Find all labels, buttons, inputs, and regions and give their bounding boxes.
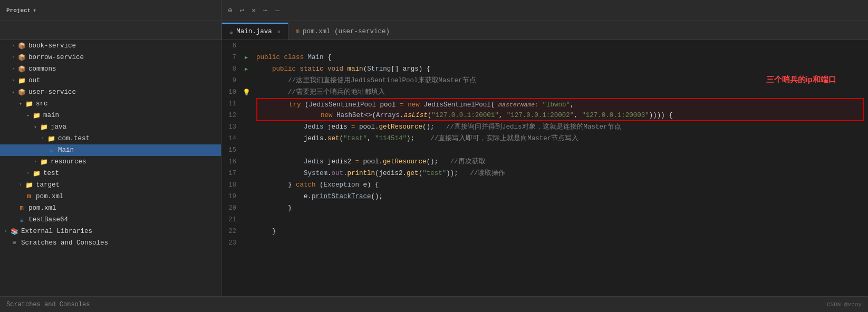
bottom-right: CSDN @vcoy bbox=[228, 301, 862, 308]
sidebar-item-book-service[interactable]: › 📦 book-service bbox=[0, 40, 221, 52]
run-gutter-8[interactable]: ▶ bbox=[240, 66, 252, 72]
line-9-row: 9 bbox=[221, 75, 252, 86]
close-icon[interactable]: ✕ bbox=[252, 6, 256, 15]
sidebar-item-external-libs[interactable]: › 📚 External Libraries bbox=[0, 226, 221, 237]
sidebar-item-pom-inner[interactable]: m pom.xml bbox=[0, 191, 221, 202]
sidebar-item-borrow-service[interactable]: › 📦 borrow-service bbox=[0, 52, 221, 63]
line-num-22: 22 bbox=[221, 226, 240, 237]
more-icon[interactable]: ⋯ bbox=[263, 6, 267, 15]
sidebar-label: borrow-service bbox=[28, 54, 84, 61]
arrow-icon bbox=[9, 217, 17, 222]
top-bar-icons: ⊕ ↩ ✕ ⋯ — bbox=[221, 6, 286, 15]
arrow-icon: › bbox=[2, 229, 9, 234]
sidebar-item-pom-root[interactable]: m pom.xml bbox=[0, 202, 221, 214]
sidebar-label: resources bbox=[51, 158, 86, 165]
line-13-row: 13 bbox=[221, 121, 252, 133]
sidebar-item-main-class[interactable]: ☕ Main bbox=[0, 144, 221, 156]
tab-pom-xml[interactable]: m pom.xml (user-service) bbox=[288, 23, 397, 40]
line-22-row: 22 bbox=[221, 226, 252, 237]
line-17-row: 17 bbox=[221, 168, 252, 179]
sidebar-label: user-service bbox=[28, 89, 76, 96]
line-7-row: 7 ▶ bbox=[221, 52, 252, 63]
line-num-15: 15 bbox=[221, 144, 240, 156]
sidebar-label: com.test bbox=[58, 135, 90, 142]
code-line-19: e.printStackTrace(); bbox=[256, 191, 864, 202]
arrow-icon bbox=[2, 240, 9, 246]
folder-icon: 📁 bbox=[46, 135, 56, 143]
line-10-row: 10 💡 bbox=[221, 86, 252, 98]
line-num-13: 13 bbox=[221, 121, 240, 133]
sidebar-item-resources[interactable]: › 📁 resources bbox=[0, 156, 221, 168]
sidebar-label: java bbox=[51, 123, 66, 131]
editor: 6 7 ▶ 8 ▶ 9 bbox=[221, 40, 868, 296]
code-content[interactable]: 三个哨兵的ip和端口 public class Main { public st… bbox=[252, 40, 868, 296]
line-11-row: 11 bbox=[221, 98, 252, 110]
bottom-bar: Scratches and Consoles CSDN @vcoy bbox=[0, 296, 868, 312]
sync-icon[interactable]: ↩ bbox=[239, 6, 244, 15]
arrow-icon: › bbox=[9, 43, 17, 48]
project-label: Project bbox=[6, 7, 31, 14]
java-file-icon: ☕ bbox=[17, 216, 26, 224]
tabs-left-spacer bbox=[0, 21, 221, 40]
tab-main-java[interactable]: ☕ Main.java ✕ bbox=[221, 23, 288, 40]
line-6-row: 6 bbox=[221, 40, 252, 52]
line-num-8: 8 bbox=[221, 63, 240, 75]
module-icon: 📦 bbox=[17, 89, 26, 96]
arrow-icon: › bbox=[9, 66, 17, 72]
arrow-icon: › bbox=[9, 55, 17, 60]
sidebar-item-commons[interactable]: › 📦 commons bbox=[0, 63, 221, 75]
arrow-icon: ▾ bbox=[17, 101, 24, 107]
code-line-16: Jedis jedis2 = pool.getResource(); //再次获… bbox=[256, 156, 864, 168]
folder-icon: 📁 bbox=[39, 158, 49, 166]
add-icon[interactable]: ⊕ bbox=[228, 6, 232, 15]
folder-icon: 📁 bbox=[24, 181, 34, 189]
line-num-7: 7 bbox=[221, 52, 240, 63]
run-gutter-7[interactable]: ▶ bbox=[240, 54, 252, 61]
code-line-8: public static void main(String[] args) { bbox=[256, 63, 864, 75]
line-num-11: 11 bbox=[221, 98, 240, 110]
sidebar-item-target[interactable]: › 📁 target bbox=[0, 179, 221, 191]
annotation-label: 三个哨兵的ip和端口 bbox=[766, 75, 836, 85]
code-line-13: Jedis jedis = pool.getResource(); //直接询问… bbox=[256, 121, 864, 133]
line-15-row: 15 bbox=[221, 144, 252, 156]
code-line-11: try (JedisSentinelPool pool = new JedisS… bbox=[256, 98, 864, 110]
tab-close-icon[interactable]: ✕ bbox=[277, 28, 281, 35]
module-icon: 📦 bbox=[17, 65, 26, 73]
scratches-icon: ≡ bbox=[9, 239, 19, 247]
arrow-icon bbox=[17, 194, 24, 199]
folder-icon: 📁 bbox=[32, 112, 41, 120]
tab-main-java-label: Main.java bbox=[236, 28, 272, 35]
sidebar-item-out[interactable]: › 📁 out bbox=[0, 75, 221, 86]
sidebar-item-com-test[interactable]: › 📁 com.test bbox=[0, 133, 221, 144]
sidebar-item-user-service[interactable]: ▾ 📦 user-service bbox=[0, 86, 221, 98]
top-bar: Project ▾ ⊕ ↩ ✕ ⋯ — bbox=[0, 0, 868, 21]
arrow-icon bbox=[39, 148, 46, 153]
line-20-row: 20 bbox=[221, 202, 252, 214]
code-line-21 bbox=[256, 214, 864, 226]
line-8-row: 8 ▶ bbox=[221, 63, 252, 75]
bottom-left: Scratches and Consoles bbox=[6, 301, 228, 308]
sidebar-label: src bbox=[36, 100, 48, 108]
sidebar-item-java-folder[interactable]: ▾ 📁 java bbox=[0, 121, 221, 133]
folder-icon: 📁 bbox=[17, 77, 26, 85]
sidebar: › 📦 book-service › 📦 borrow-service › 📦 … bbox=[0, 40, 221, 296]
bulb-gutter-10[interactable]: 💡 bbox=[240, 89, 252, 96]
sidebar-item-testbase64[interactable]: ☕ testBase64 bbox=[0, 214, 221, 226]
sidebar-item-main-folder[interactable]: ▾ 📁 main bbox=[0, 110, 221, 121]
arrow-icon: › bbox=[9, 78, 17, 83]
code-line-15 bbox=[256, 144, 864, 156]
sidebar-label: testBase64 bbox=[28, 216, 68, 223]
arrow-icon bbox=[9, 206, 17, 211]
line-16-row: 16 bbox=[221, 156, 252, 168]
watermark: CSDN @vcoy bbox=[827, 301, 862, 308]
sidebar-label: main bbox=[43, 112, 59, 119]
line-12-row: 12 bbox=[221, 110, 252, 121]
sidebar-item-src[interactable]: ▾ 📁 src bbox=[0, 98, 221, 110]
sidebar-item-scratches[interactable]: ≡ Scratches and Consoles bbox=[0, 237, 221, 249]
java-file-icon: ☕ bbox=[46, 147, 56, 154]
line-18-row: 18 bbox=[221, 179, 252, 191]
arrow-icon: › bbox=[17, 182, 24, 188]
sidebar-item-test-folder[interactable]: › 📁 test bbox=[0, 168, 221, 179]
minimize-icon[interactable]: — bbox=[275, 6, 279, 15]
sidebar-label: target bbox=[36, 181, 60, 189]
